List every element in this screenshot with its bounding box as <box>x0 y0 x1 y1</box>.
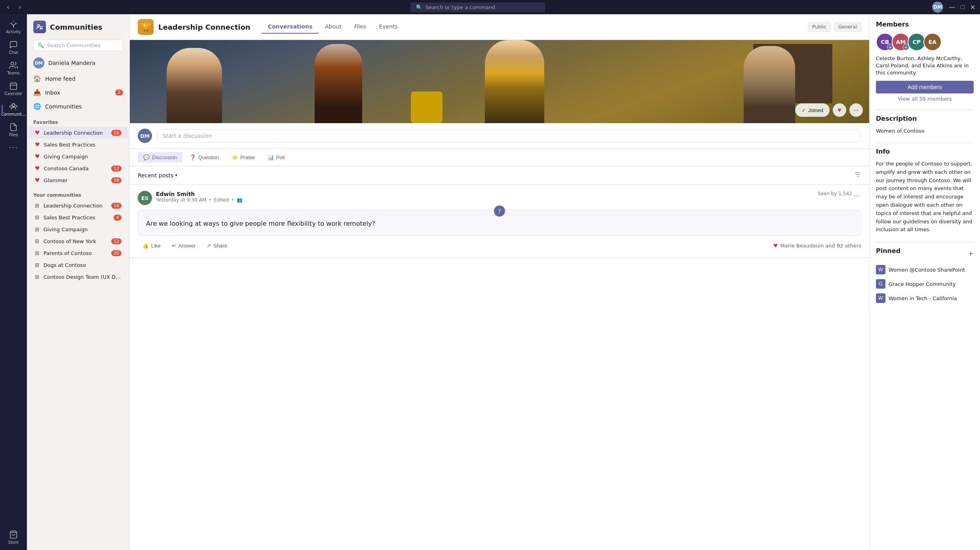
joined-label: Joined <box>808 107 823 113</box>
pinned-item-label-2: Women in Tech - California <box>889 295 957 301</box>
public-badge: Public <box>808 22 831 32</box>
tab-files[interactable]: Files <box>348 20 373 34</box>
sidebar-item-leadership-connection[interactable]: ♥ Leadership Connection 16 <box>28 127 128 139</box>
title-search-placeholder[interactable]: Search or type a command <box>425 4 495 10</box>
tab-conversations[interactable]: Conversations <box>262 20 319 34</box>
recent-posts-dropdown[interactable]: Recent posts ▾ <box>138 172 177 179</box>
favorite-heart-icon-1: ♥ <box>35 141 40 148</box>
post-author-name: Edwin Smith <box>156 191 818 197</box>
your-community-lc[interactable]: ⊞ Leadership Connection 16 <box>28 200 128 211</box>
sidebar-item-giving-campaign[interactable]: ♥ Giving Campaign <box>28 150 128 162</box>
your-community-parents[interactable]: ⊞ Parents of Contoso 20 <box>28 247 128 259</box>
favorites-header: Favorites <box>27 113 129 127</box>
post-more-button[interactable]: ··· <box>852 191 861 202</box>
tab-events[interactable]: Events <box>372 20 404 34</box>
poll-type-label: Poll <box>276 154 285 160</box>
community-grid-icon-0: ⊞ <box>35 202 40 209</box>
maximize-button[interactable]: □ <box>961 4 965 11</box>
seen-count: Seen by 1,542 <box>818 191 852 196</box>
online-status <box>940 10 943 13</box>
nav-communities[interactable]: 🌐 Communities <box>27 99 129 113</box>
discussion-input[interactable]: Start a discussion <box>157 129 861 143</box>
nav-inbox[interactable]: 📥 Inbox 2 <box>27 86 129 99</box>
title-bar-navigation[interactable]: ‹ › <box>5 3 23 11</box>
like-icon: 👍 <box>142 243 149 249</box>
pinned-item-2[interactable]: W Women in Tech - California <box>876 291 974 305</box>
post-header: ES Edwin Smith Yesterday at 9:30 AM • Ed… <box>138 191 861 205</box>
your-community-dogs[interactable]: ⊞ Dogs at Contoso <box>28 259 128 271</box>
pinned-item-label-0: Women @Contoso SharePoint <box>889 267 965 273</box>
fav-item-badge-0: 16 <box>111 130 122 136</box>
close-button[interactable]: ✕ <box>970 4 975 11</box>
community-grid-icon-4: ⊞ <box>35 250 40 256</box>
nav-sidebar-title: Communities <box>50 23 103 31</box>
sidebar-item-calendar[interactable]: Calendar <box>3 79 24 98</box>
icon-sidebar: Activity Chat Teams Calendar <box>0 14 27 550</box>
sidebar-item-teams[interactable]: Teams <box>3 59 24 78</box>
general-badge: General <box>834 22 861 32</box>
communities-label: Communities <box>45 103 82 110</box>
dot-separator-2: • <box>232 197 234 203</box>
discussion-type-icon: 💬 <box>143 154 150 160</box>
user-avatar-title[interactable]: DM <box>932 2 943 13</box>
your-community-design[interactable]: ⊞ Contoso Design Team (UX Desi... <box>28 271 128 283</box>
main-content: 🏆 Leadership Connection Conversations Ab… <box>130 14 980 550</box>
sidebar-item-contoso-canada[interactable]: ♥ Constoso Canada 12 <box>28 162 128 174</box>
description-section: Description Women of Contoso <box>876 115 974 135</box>
sidebar-item-activity[interactable]: Activity <box>3 17 24 36</box>
sidebar-item-more[interactable]: ··· <box>3 141 24 154</box>
pinned-item-icon-1: G <box>876 279 885 289</box>
description-text: Women of Contoso <box>876 127 974 135</box>
title-search-icon: 🔍 <box>416 4 422 10</box>
recent-posts-label: Recent posts <box>138 172 173 179</box>
post-type-praise[interactable]: ⭐ Praise <box>226 152 260 163</box>
share-action-button[interactable]: ↗ Share <box>202 240 232 251</box>
add-members-button[interactable]: Add members <box>876 81 974 93</box>
answer-label: Answer <box>179 243 196 249</box>
favorite-heart-icon-0: ♥ <box>35 129 40 136</box>
fav-item-label-1: Sales Best Practices <box>44 142 122 148</box>
svg-point-8 <box>38 25 40 27</box>
pinned-item-0[interactable]: W Women @Contoso SharePoint <box>876 263 974 277</box>
sidebar-item-chat[interactable]: Chat <box>3 38 24 57</box>
svg-point-6 <box>12 104 15 107</box>
fav-item-label-3: Constoso Canada <box>44 166 107 171</box>
home-feed-label: Home feed <box>45 76 76 82</box>
pinned-item-1[interactable]: G Grace Hopper Community <box>876 277 974 291</box>
sidebar-search[interactable]: 🔍 Search Communities <box>33 40 123 51</box>
title-bar: ‹ › 🔍 Search or type a command DM — □ ✕ <box>0 0 980 14</box>
sidebar-item-files[interactable]: Files <box>3 120 24 139</box>
sidebar-item-sales-best-practices[interactable]: ♥ Sales Best Practices <box>28 139 128 150</box>
filter-icon[interactable] <box>854 171 861 179</box>
nav-user-profile[interactable]: DM Daniela Mandera <box>27 54 129 72</box>
joined-button[interactable]: ✓ Joined <box>795 103 830 117</box>
answer-action-button[interactable]: ↩ Answer <box>167 240 200 251</box>
back-button[interactable]: ‹ <box>5 3 11 11</box>
fav-item-badge-3: 12 <box>111 166 122 171</box>
view-all-members-link[interactable]: View all 59 members <box>876 96 974 102</box>
community-header: 🏆 Leadership Connection Conversations Ab… <box>130 14 869 40</box>
user-avatar-nav: DM <box>33 57 44 69</box>
nav-home-feed[interactable]: 🏠 Home feed <box>27 72 129 86</box>
your-community-gc[interactable]: ⊞ Giving Campaign <box>28 223 128 235</box>
like-action-button[interactable]: 👍 Like <box>138 240 165 251</box>
forward-button[interactable]: › <box>16 3 23 11</box>
post-type-question[interactable]: ❓ Question <box>184 152 224 163</box>
like-button[interactable]: ♥ <box>833 103 846 117</box>
your-community-sbp[interactable]: ⊞ Sales Best Practices 4 <box>28 211 128 223</box>
minimize-button[interactable]: — <box>949 4 955 11</box>
sidebar-item-glammer[interactable]: ♥ Glammer 18 <box>28 174 128 186</box>
your-community-cny[interactable]: ⊞ Contoso of New York 12 <box>28 235 128 247</box>
sidebar-label-communities: Communit... <box>1 112 26 116</box>
post-type-discussion[interactable]: 💬 Discussion <box>138 152 182 163</box>
sidebar-item-communities[interactable]: Communit... <box>3 100 24 119</box>
tab-about[interactable]: About <box>319 20 348 34</box>
info-text: For the people of Contoso to support, am… <box>876 160 974 234</box>
post-type-poll[interactable]: 📊 Poll <box>262 152 291 163</box>
pinned-item-icon-0: W <box>876 265 885 274</box>
posts-header: Recent posts ▾ <box>130 166 869 185</box>
more-options-button[interactable]: ··· <box>849 103 863 117</box>
pinned-add-button[interactable]: + <box>968 249 974 257</box>
pinned-header: Pinned + <box>876 247 974 259</box>
sidebar-item-store[interactable]: Store <box>3 528 24 547</box>
